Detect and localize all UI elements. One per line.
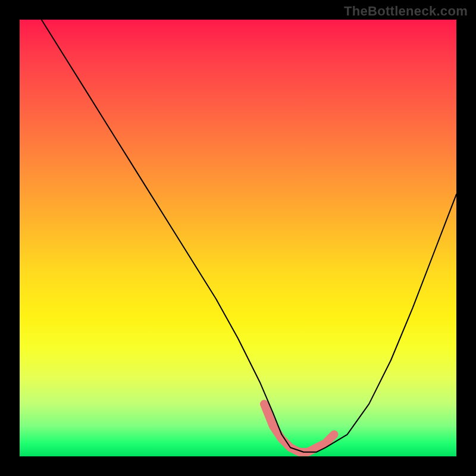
- watermark-text: TheBottleneck.com: [344, 4, 468, 19]
- bottleneck-curve: [42, 20, 456, 452]
- chart-svg: [20, 20, 456, 456]
- highlight-curve: [264, 404, 334, 452]
- chart-frame: TheBottleneck.com: [0, 0, 476, 476]
- plot-area: [20, 20, 456, 456]
